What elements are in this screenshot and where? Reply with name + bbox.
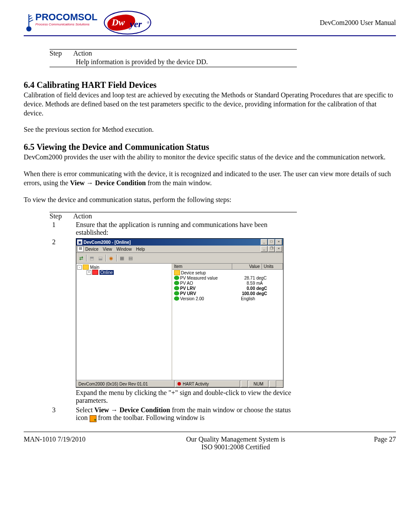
list-row[interactable]: Version 2.00English: [172, 296, 283, 301]
document-icon: ▤: [77, 246, 84, 252]
menu-help[interactable]: Help: [136, 247, 145, 252]
step-3-num: 3: [50, 405, 73, 423]
section-6-5-p3: To view the device and communication sta…: [24, 196, 396, 205]
tree-root[interactable]: - Main: [77, 264, 171, 270]
step-2-num: 2: [50, 237, 73, 405]
minimize-button[interactable]: _: [261, 239, 268, 245]
item-name: PV URV: [180, 291, 229, 296]
item-name: PV Measured value: [180, 276, 229, 280]
col-action: Action: [73, 212, 297, 221]
list-row[interactable]: PV LRV0.00degC: [172, 286, 283, 291]
step-2-text: Expand the menu by clicking the "+" sign…: [76, 389, 291, 404]
item-value: 100.00: [229, 291, 255, 296]
col-step: Step: [50, 50, 73, 58]
item-value: 8.59: [229, 281, 255, 286]
dwyer-logo: Dw yer ®: [104, 11, 151, 34]
list-pane[interactable]: Item Value Units Device setupPV Measured…: [172, 264, 283, 380]
section-6-5-p2: When there is error communicating with t…: [24, 170, 396, 188]
list-row[interactable]: PV AO8.59mA: [172, 280, 283, 286]
menu-path-view-device-condition: View → Device Condition: [70, 179, 146, 187]
mdi-close-button[interactable]: ×: [275, 246, 282, 252]
close-button[interactable]: ×: [275, 239, 282, 245]
logo-text: ProComSol: [35, 12, 97, 22]
statusbar: DevCom2000 (0x16) Dev Rev 01.01 HART Act…: [76, 380, 283, 387]
thermometer-icon: [24, 13, 34, 33]
list-header: Item Value Units: [172, 264, 283, 270]
item-units: degC: [255, 291, 274, 296]
toolbar-status-button[interactable]: ◉: [107, 255, 115, 261]
procomsol-logo: ProComSol Process Communications Solutio…: [24, 12, 97, 33]
section-6-5-p1: DevCom2000 provides the user with the ab…: [24, 153, 396, 162]
item-name: PV LRV: [180, 286, 229, 291]
devcom-screenshot: ▣ DevCom2000 - [Online] _ □ × ▤ De: [76, 238, 283, 388]
mdi-minimize-button[interactable]: _: [261, 246, 268, 252]
col-value[interactable]: Value: [232, 264, 262, 269]
status-left: DevCom2000 (0x16) Dev Rev 01.01: [76, 380, 174, 387]
titlebar: ▣ DevCom2000 - [Online] _ □ ×: [76, 239, 283, 246]
parameter-icon: [174, 276, 179, 280]
status-num: NUM: [249, 380, 268, 387]
toolbar-button-5[interactable]: ▦: [118, 255, 126, 261]
col-units[interactable]: Units: [262, 264, 283, 269]
item-name: PV AO: [180, 281, 229, 286]
hart-activity-icon: [177, 382, 181, 386]
item-value: 0.00: [229, 286, 255, 291]
svg-point-0: [26, 26, 31, 31]
footer-left: MAN-1010 7/19/2010: [24, 436, 118, 451]
col-item[interactable]: Item: [172, 264, 232, 269]
app-icon: ▣: [77, 240, 82, 245]
section-6-4-p2: See the previous section for Method exec…: [24, 125, 396, 134]
collapse-icon[interactable]: -: [77, 265, 82, 270]
footer-right: Page 27: [353, 436, 396, 451]
item-units: degC: [255, 276, 274, 280]
top-row-text: Help information is provided by the devi…: [73, 57, 297, 67]
device-icon: [92, 270, 98, 275]
list-row[interactable]: PV Measured value28.71degC: [172, 275, 283, 280]
steps-table: Step Action 1 Ensure that the applicatio…: [50, 212, 297, 423]
expand-icon[interactable]: +: [87, 270, 91, 275]
item-units: mA: [255, 281, 274, 286]
top-step-table: Step Action Help information is provided…: [50, 49, 297, 67]
section-6-4-p1: Calibration of field devices and loop te…: [24, 91, 396, 118]
status-hart: HART Activity: [175, 380, 240, 387]
toolbar-button-2[interactable]: ⬒: [88, 255, 96, 261]
tree-child[interactable]: + Online: [87, 270, 171, 275]
item-name: Device setup: [181, 271, 230, 275]
status-icon: [90, 415, 97, 422]
item-name: Version 2.00: [180, 296, 229, 301]
menu-path: View → Device Condition: [94, 406, 170, 414]
mdi-restore-button[interactable]: ❐: [268, 246, 275, 252]
menu-view[interactable]: View: [103, 247, 112, 252]
menu-device[interactable]: Device: [85, 247, 99, 252]
list-row[interactable]: PV URV100.00degC: [172, 291, 283, 296]
toolbar: ⇄ ⬒ ⬓ ◉ ▦ ▤: [76, 253, 283, 264]
item-value: English: [229, 296, 255, 301]
parameter-icon: [174, 296, 179, 301]
step-1-text: Ensure that the application is running a…: [73, 220, 297, 237]
tree-root-label: Main: [90, 265, 100, 270]
toolbar-button-3[interactable]: ⬓: [97, 255, 104, 261]
toolbar-button-6[interactable]: ▤: [127, 255, 134, 261]
page-header: ProComSol Process Communications Solutio…: [24, 11, 396, 36]
tree-child-label: Online: [100, 270, 114, 275]
menu-window[interactable]: Window: [116, 247, 132, 252]
doc-titlebar: ▤ Device View Window Help _ ❐ ×: [76, 246, 283, 253]
list-row[interactable]: Device setup: [172, 270, 283, 275]
item-value: 28.71: [229, 276, 255, 280]
folder-icon: [83, 264, 89, 270]
heading-6-4: 6.4 Calibrating HART Field Devices: [24, 80, 396, 90]
parameter-icon: [174, 291, 179, 296]
tree-pane[interactable]: - Main + Online: [76, 264, 172, 380]
item-units: degC: [255, 286, 274, 291]
folder-icon: [174, 270, 180, 275]
maximize-button[interactable]: □: [268, 239, 275, 245]
heading-6-5: 6.5 Viewing the Device and Communication…: [24, 142, 396, 152]
toolbar-button-1[interactable]: ⇄: [77, 255, 85, 261]
window-title: DevCom2000 - [Online]: [84, 240, 261, 245]
step-1-num: 1: [50, 220, 73, 237]
col-action: Action: [73, 50, 297, 58]
footer-center: Our Quality Management System is ISO 900…: [118, 436, 353, 451]
step-3-text: Select View → Device Condition from the …: [73, 405, 297, 423]
logos: ProComSol Process Communications Solutio…: [24, 11, 151, 34]
logo-subtext: Process Communications Solutions: [35, 22, 97, 26]
